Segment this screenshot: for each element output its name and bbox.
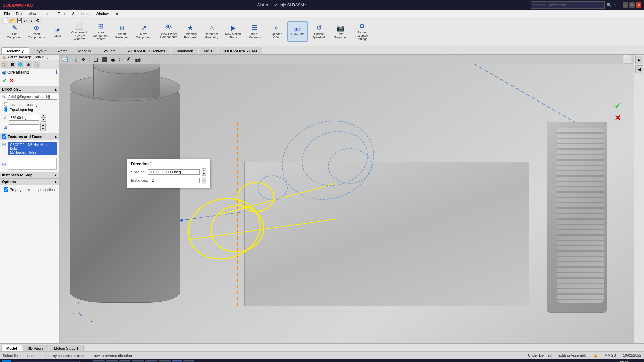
features-checkbox[interactable] [2,134,6,139]
viewport-confirm[interactable]: ✓ [614,102,621,110]
tab-3d-views[interactable]: 3D Views [23,345,48,351]
callout-instances-input[interactable] [150,178,200,183]
menu-edit[interactable]: Edit [13,11,25,16]
direction1-section-header[interactable]: Direction 1 ▲ [0,86,59,93]
vp-hide-icon[interactable]: ⬡ [117,56,124,63]
insert-components-button[interactable]: ⊕ Insert Components [26,21,46,42]
lp-grid-btn[interactable]: ⊞ [9,61,16,68]
vp-pan-icon[interactable]: ✥ [80,56,87,63]
new-icon[interactable]: 📄 [3,18,9,23]
search-input[interactable] [531,1,605,9]
assembly-features-button[interactable]: ★ Assembly Features [180,21,200,42]
close-button[interactable]: ✕ [636,2,641,8]
axis-value-box[interactable]: Axis1@Segment kalupa-1@Alat z... [7,94,57,100]
linear-pattern-button[interactable]: ⊞ Linear Component Pattern [91,21,111,42]
tab-evaluate[interactable]: Evaluate [96,47,121,54]
tab-assembly[interactable]: Assembly [1,47,29,54]
info-icon[interactable]: ℹ [56,70,57,75]
angle-input[interactable] [9,115,39,121]
tab-simulation[interactable]: Simulation [171,47,198,54]
menu-insert[interactable]: Insert [40,11,54,16]
take-snapshot-button[interactable]: 📷 Take Snapshot [330,21,351,42]
show-hidden-button[interactable]: 👁 Show Hidden Components [159,21,179,42]
spacing-up-btn[interactable]: ▲ [202,168,206,172]
open-icon[interactable]: 📂 [10,18,16,23]
instances-skip-header[interactable]: Instances to Skip ▲ [0,172,59,178]
minimize-button[interactable]: ─ [623,2,628,8]
tab-mbd[interactable]: MBD [199,47,217,54]
tab-sketch[interactable]: Sketch [51,47,73,54]
exploded-view-button[interactable]: ⟡ Exploded View [266,21,286,42]
vp-view-icon[interactable]: ◲ [92,56,99,63]
tab-model[interactable]: Model [1,345,22,351]
reference-geometry-button[interactable]: △ Reference Geometry [202,21,222,42]
cancel-button[interactable]: ✕ [9,77,14,84]
component-preview-button[interactable]: ⬜ Component Preview Window [69,21,89,42]
taskbar-explorer[interactable]: 📁 [93,360,105,362]
save-icon[interactable]: 💾 [17,18,22,23]
update-speedpak-button[interactable]: ↺ Update Speedpak [309,21,329,42]
lp-home-btn[interactable]: 🏠 [1,61,8,68]
tab-cam[interactable]: SOLIDWORKS CAM [218,47,262,54]
menu-view[interactable]: View [26,11,39,16]
options-section-header[interactable]: Options ▲ [0,178,59,185]
taskbar-search-input[interactable] [13,361,80,362]
callout-spacing-input[interactable] [148,169,200,175]
confirm-button[interactable]: ✓ [2,77,7,84]
menu-file[interactable]: File [1,11,13,16]
vp-edit-icon[interactable]: 🖊 [125,56,132,63]
start-button[interactable]: ⊞ [2,360,11,362]
lp-search-btn[interactable]: 🔍 [33,61,40,68]
tab-addins[interactable]: SOLIDWORKS Add-Ins [121,47,170,54]
vp-scene-icon[interactable]: ◉ [110,56,116,63]
instances-input[interactable] [9,124,39,130]
spacing-down-btn[interactable]: ▼ [202,172,206,176]
tab-layout[interactable]: Layout [30,47,51,54]
instances-down-button[interactable]: ▼ [40,127,46,131]
edit-component-button[interactable]: ✎ Edit Component [5,21,25,42]
vp-rotate-icon[interactable]: 🔄 [61,56,69,63]
tab-markup[interactable]: Markup [73,47,96,54]
menu-simulation[interactable]: Simulation [70,11,92,16]
instant3d-button[interactable]: 3D Instant3D [287,21,308,42]
instances-up-btn[interactable]: ▲ [202,177,206,180]
help-icon[interactable]: ? [614,3,616,8]
undo-icon[interactable]: ↩ [23,18,28,23]
smart-fasteners-button[interactable]: ⚙ Smart Fasteners [112,21,132,42]
mate-button[interactable]: ◈ Mate [48,21,68,42]
maximize-button[interactable]: □ [629,2,635,8]
feature-empty-box[interactable] [8,158,57,170]
taskbar-opera[interactable]: ⭕ [159,360,171,362]
vp-display-icon[interactable]: ⬛ [100,56,109,63]
equal-spacing-radio[interactable] [4,107,8,112]
large-assembly-button[interactable]: ⚙ Large Assembly Settings [352,21,372,42]
taskbar-solidworks-app[interactable]: S [172,360,182,362]
propagate-checkbox[interactable] [4,187,8,192]
angle-up-button[interactable]: ▲ [41,114,46,118]
move-component-button[interactable]: ↗ Move Component [133,21,154,42]
lp-globe-btn[interactable]: 🌐 [17,61,24,68]
new-motion-study-button[interactable]: ▶ New Motion Study [223,21,243,42]
instances-down-btn[interactable]: ▼ [202,180,206,184]
taskbar-extra-app[interactable]: ⚙ [183,360,194,362]
lp-cube-btn[interactable]: ◉ [25,61,32,68]
features-section-header[interactable]: Features and Faces ▲ [0,133,59,140]
search-icon[interactable]: 🔍 [607,3,612,8]
menu-expand[interactable]: ◄ [112,11,121,16]
viewport-cancel[interactable]: ✕ [614,114,621,122]
vp-zoom-icon[interactable]: 🔍 [70,56,79,63]
redo-icon[interactable]: ↪ [29,18,33,23]
taskbar-chrome[interactable]: 🌐 [145,360,157,362]
settings-icon[interactable]: ⚙ [36,18,40,23]
taskbar-file-manager[interactable]: 🗄 [119,360,130,362]
vp-cam-icon[interactable]: 📷 [133,56,142,63]
tab-motion-study-1[interactable]: Motion Study 1 [49,345,84,351]
menu-tools[interactable]: Tools [55,11,69,16]
bill-materials-button[interactable]: ☰ Bill of Materials [245,21,265,42]
taskbar-firefox[interactable]: 🦊 [132,360,144,362]
rp-button-2[interactable]: ◀ [635,65,643,73]
angle-down-button[interactable]: ▼ [41,118,46,122]
instances-up-button[interactable]: ▲ [40,123,46,127]
feature-item-1[interactable]: CBORE for M8 Hex Head Bolt2 M8 Tapped Ho… [8,142,57,155]
rp-button-1[interactable]: ▶ [635,56,643,64]
